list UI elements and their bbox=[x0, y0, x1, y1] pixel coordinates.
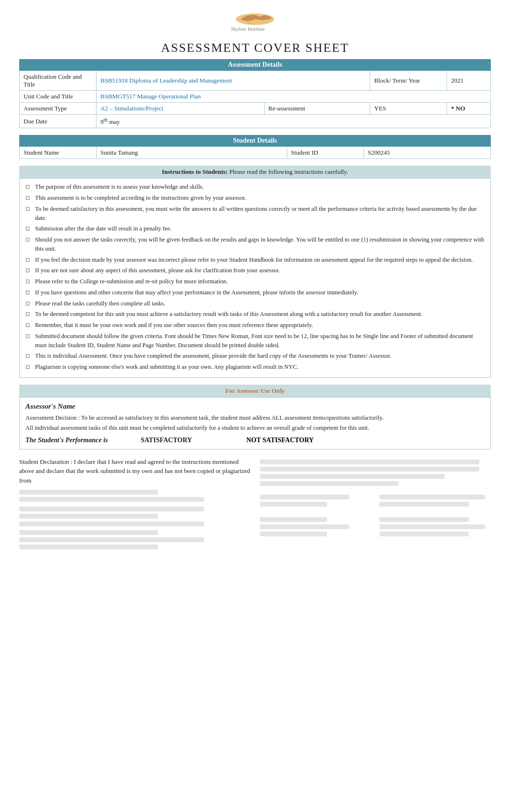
blurred-col bbox=[260, 515, 372, 539]
table-row: Unit Code and Title BSBMGT517 Manage Ope… bbox=[20, 91, 491, 103]
instructions-header-bold: Instructions to Students: bbox=[162, 168, 228, 175]
list-item: Plagiarism is copying someone else's wor… bbox=[25, 363, 485, 372]
blurred-line bbox=[260, 524, 349, 529]
blurred-line bbox=[260, 502, 327, 507]
assessment-details-section: Assessment Details Qualification Code an… bbox=[19, 59, 491, 128]
table-row: Due Date 9th may bbox=[20, 115, 491, 128]
list-item: If you are not sure about any aspect of … bbox=[25, 266, 485, 275]
right-blurred-block bbox=[260, 460, 491, 488]
svg-text:Skyline Institute: Skyline Institute bbox=[231, 26, 265, 32]
declaration-left: Student Declaration : I declare that I h… bbox=[19, 457, 250, 552]
instructions-header: Instructions to Students: Please read th… bbox=[19, 166, 491, 178]
blurred-line bbox=[260, 532, 327, 536]
assessor-use-header: For Assessor Use Only bbox=[19, 385, 491, 397]
list-item: Submission after the due date will resul… bbox=[25, 224, 485, 233]
blurred-line bbox=[260, 474, 445, 479]
logo-area: Skyline Institute bbox=[19, 10, 491, 36]
blurred-line bbox=[260, 495, 349, 499]
bottom-blurred-row bbox=[260, 492, 491, 509]
student-name-value: Sunita Tamang bbox=[97, 147, 287, 159]
blurred-line bbox=[19, 490, 158, 495]
student-details-header: Student Details bbox=[19, 135, 491, 146]
instructions-section: Instructions to Students: Please read th… bbox=[19, 166, 491, 378]
list-item: Please refer to the College re-submissio… bbox=[25, 277, 485, 286]
performance-row: The Student's Performance is SATISFACTOR… bbox=[25, 436, 485, 444]
block-term-label: Block/ Term/ Year bbox=[370, 71, 447, 91]
blurred-col bbox=[379, 515, 491, 539]
list-item: To be deemed satisfactory in this assess… bbox=[25, 205, 485, 223]
blurred-line bbox=[379, 495, 486, 499]
sig-label-area bbox=[19, 521, 250, 526]
logo-box: Skyline Institute bbox=[226, 10, 284, 36]
list-item: If you have questions and other concerns… bbox=[25, 288, 485, 297]
list-item: Please read the tasks carefully then com… bbox=[25, 299, 485, 308]
blurred-line bbox=[379, 517, 469, 522]
assessors-name-label: Assessor's Name bbox=[25, 402, 485, 411]
decision-text-2: All individual assessment tasks of this … bbox=[25, 424, 485, 432]
blurred-line bbox=[379, 502, 469, 507]
performance-label: The Student's Performance is bbox=[25, 436, 131, 444]
sig-bottom bbox=[19, 530, 250, 549]
blurred-line bbox=[379, 532, 469, 536]
student-name-label: Student Name bbox=[20, 147, 97, 159]
assessment-details-header: Assessment Details bbox=[19, 59, 491, 71]
blurred-line bbox=[19, 521, 204, 526]
sig-block bbox=[19, 507, 250, 526]
declaration-text: Student Declaration : I declare that I h… bbox=[19, 457, 250, 485]
due-date-value: 9th may bbox=[97, 115, 491, 128]
blurred-line bbox=[19, 514, 158, 519]
declaration-section: Student Declaration : I declare that I h… bbox=[19, 457, 491, 552]
sig-line-group bbox=[19, 490, 250, 502]
not-satisfactory-label: NOT SATISFACTORY bbox=[246, 436, 314, 444]
qualification-label: Qualification Code and Title bbox=[20, 71, 97, 91]
blurred-line bbox=[379, 524, 486, 529]
instructions-list: The purpose of this assessment is to ass… bbox=[25, 182, 485, 372]
blurred-line bbox=[19, 537, 204, 542]
reassessment-no: * NO bbox=[447, 103, 491, 115]
qualification-value: BSB51918 Diploma of Leadership and Manag… bbox=[97, 71, 370, 91]
list-item: Submitted document should follow the giv… bbox=[25, 332, 485, 350]
block-term-value: 2021 bbox=[447, 71, 491, 91]
list-item: This assessment is to be completed accor… bbox=[25, 194, 485, 203]
reassessment-yes: YES bbox=[370, 103, 447, 115]
table-row: Assessment Type A2 – Simulations/Project… bbox=[20, 103, 491, 115]
student-details-table: Student Name Sunita Tamang Student ID S2… bbox=[19, 146, 491, 159]
list-item: The purpose of this assessment is to ass… bbox=[25, 182, 485, 192]
student-details-section: Student Details Student Name Sunita Tama… bbox=[19, 135, 491, 159]
instructions-header-normal: Please read the following instructions c… bbox=[229, 168, 348, 175]
decision-text-1: Assessment Decision : To be accessed as … bbox=[25, 414, 485, 422]
assessment-details-table: Qualification Code and Title BSB51918 Di… bbox=[19, 71, 491, 128]
instructions-body: The purpose of this assessment is to ass… bbox=[19, 178, 491, 378]
assessment-type-value: A2 – Simulations/Project bbox=[97, 103, 265, 115]
blurred-line bbox=[19, 530, 158, 535]
assessment-type-label: Assessment Type bbox=[20, 103, 97, 115]
assessor-section: For Assessor Use Only Assessor's Name As… bbox=[19, 385, 491, 449]
blurred-line bbox=[260, 481, 399, 486]
table-row: Student Name Sunita Tamang Student ID S2… bbox=[20, 147, 491, 159]
list-item: Should you not answer the tasks correctl… bbox=[25, 235, 485, 254]
blurred-line bbox=[260, 460, 479, 464]
unit-value: BSBMGT517 Manage Operational Plan bbox=[97, 91, 491, 103]
blurred-line bbox=[19, 507, 204, 511]
blurred-line bbox=[260, 517, 327, 522]
page-title: ASSESSMENT COVER SHEET bbox=[19, 41, 491, 55]
blurred-line bbox=[260, 467, 479, 472]
student-id-value: S200245 bbox=[364, 147, 490, 159]
blurred-col bbox=[379, 492, 491, 509]
reassessment-label: Re-assessment bbox=[264, 103, 370, 115]
unit-label: Unit Code and Title bbox=[20, 91, 97, 103]
list-item: If you feel the decision made by your as… bbox=[25, 255, 485, 265]
blurred-line bbox=[19, 497, 204, 502]
assessor-body: Assessor's Name Assessment Decision : To… bbox=[19, 397, 491, 449]
list-item: This is individual Assessment. Once you … bbox=[25, 351, 485, 361]
student-id-label: Student ID bbox=[287, 147, 364, 159]
bottom-blurred-row-2 bbox=[260, 515, 491, 539]
due-date-label: Due Date bbox=[20, 115, 97, 128]
list-item: To be deemed competent for this unit you… bbox=[25, 310, 485, 319]
page: Skyline Institute ASSESSMENT COVER SHEET… bbox=[0, 0, 510, 812]
list-item: Remember, that it must be your own work … bbox=[25, 321, 485, 330]
declaration-right bbox=[260, 457, 491, 552]
table-row: Qualification Code and Title BSB51918 Di… bbox=[20, 71, 491, 91]
signature-area bbox=[19, 490, 250, 549]
blurred-line bbox=[19, 545, 158, 549]
